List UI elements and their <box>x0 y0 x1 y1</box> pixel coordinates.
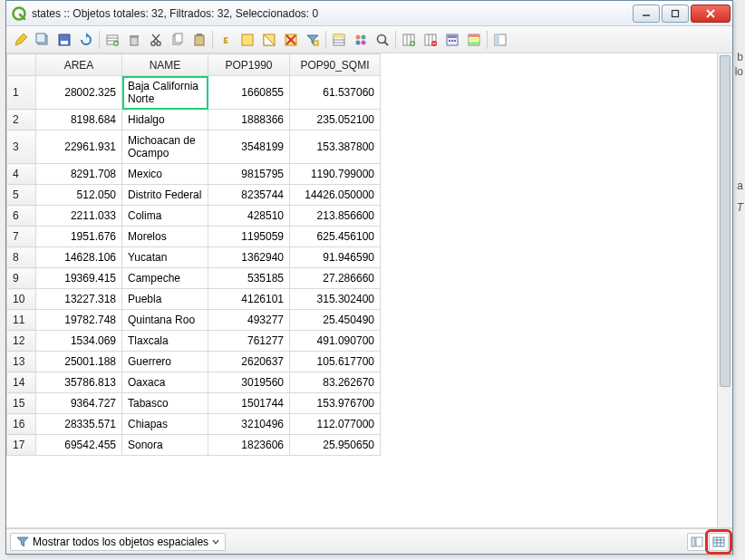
selection-to-top-icon[interactable] <box>330 31 348 49</box>
deselect-icon[interactable] <box>282 31 300 49</box>
new-field-icon[interactable] <box>400 31 418 49</box>
cell[interactable]: Campeche <box>122 268 208 289</box>
table-row[interactable]: 28198.684Hidalgo1888366235.052100 <box>7 110 381 130</box>
table-row[interactable]: 1325001.188Guerrero2620637105.617700 <box>7 352 381 372</box>
row-header[interactable]: 10 <box>7 289 36 310</box>
row-header[interactable]: 2 <box>7 110 36 130</box>
cell[interactable]: 28335.571 <box>36 414 122 435</box>
cell[interactable]: 153.387800 <box>290 130 381 164</box>
cell[interactable]: Chiapas <box>122 414 208 435</box>
attribute-table[interactable]: AREANAMEPOP1990POP90_SQMI 128002.325Baja… <box>6 53 381 456</box>
cell[interactable]: Hidalgo <box>122 110 208 130</box>
reload-icon[interactable] <box>77 31 95 49</box>
cell[interactable]: Tlaxcala <box>122 331 208 352</box>
cell[interactable]: 105.617700 <box>290 352 381 372</box>
cell[interactable]: 28002.325 <box>36 76 122 110</box>
filter-selection-icon[interactable] <box>304 31 322 49</box>
cell[interactable]: 1823606 <box>208 435 290 456</box>
row-header[interactable]: 12 <box>7 331 36 352</box>
cell[interactable]: 213.856600 <box>290 206 381 227</box>
row-header[interactable]: 6 <box>7 206 36 227</box>
table-row[interactable]: 1435786.813Oaxaca301956083.262670 <box>7 372 381 393</box>
cell[interactable]: Mexico <box>122 164 208 185</box>
cell[interactable]: 14426.050000 <box>290 185 381 206</box>
cell[interactable]: 35786.813 <box>36 372 122 393</box>
column-header[interactable]: POP1990 <box>208 54 290 76</box>
cell[interactable]: 3548199 <box>208 130 290 164</box>
cell[interactable]: 1660855 <box>208 76 290 110</box>
row-header[interactable]: 13 <box>7 352 36 372</box>
table-row[interactable]: 62211.033Colima428510213.856600 <box>7 206 381 227</box>
expr-selection-icon[interactable]: ε <box>217 31 235 49</box>
cell[interactable]: Yucatan <box>122 247 208 268</box>
cell[interactable]: 2620637 <box>208 352 290 372</box>
filter-dropdown[interactable]: Mostrar todos los objetos espaciales <box>10 533 226 551</box>
table-row[interactable]: 1119782.748Quintana Roo49327725.450490 <box>7 310 381 331</box>
cell[interactable]: 535185 <box>208 268 290 289</box>
cell[interactable]: Oaxaca <box>122 372 208 393</box>
cell[interactable]: 8291.708 <box>36 164 122 185</box>
cell[interactable]: 761277 <box>208 331 290 352</box>
copy-icon[interactable] <box>169 31 187 49</box>
cell[interactable]: 1888366 <box>208 110 290 130</box>
cell[interactable]: 14628.106 <box>36 247 122 268</box>
table-row[interactable]: 71951.676Morelos1195059625.456100 <box>7 227 381 247</box>
cell[interactable]: Tabasco <box>122 393 208 414</box>
cell[interactable]: Puebla <box>122 289 208 310</box>
vertical-scrollbar[interactable] <box>717 53 732 527</box>
cell[interactable]: 9364.727 <box>36 393 122 414</box>
multi-edit-icon[interactable] <box>34 31 52 49</box>
close-button[interactable] <box>691 5 730 23</box>
table-row[interactable]: 159364.727Tabasco1501744153.976700 <box>7 393 381 414</box>
cell[interactable]: Baja California Norte <box>122 76 208 110</box>
table-row[interactable]: 1628335.571Chiapas3210496112.077000 <box>7 414 381 435</box>
cell[interactable]: 2211.033 <box>36 206 122 227</box>
delete-icon[interactable] <box>125 31 143 49</box>
cell[interactable]: 493277 <box>208 310 290 331</box>
row-header[interactable]: 16 <box>7 414 36 435</box>
cell[interactable]: 61.537060 <box>290 76 381 110</box>
cell[interactable]: 1195059 <box>208 227 290 247</box>
cell[interactable]: 4126101 <box>208 289 290 310</box>
cell[interactable]: 1190.799000 <box>290 164 381 185</box>
field-calc-icon[interactable] <box>443 31 461 49</box>
table-row[interactable]: 48291.708Mexico98157951190.799000 <box>7 164 381 185</box>
cell[interactable]: 1951.676 <box>36 227 122 247</box>
save-icon[interactable] <box>55 31 73 49</box>
cell[interactable]: 25.950650 <box>290 435 381 456</box>
cell[interactable]: 8198.684 <box>36 110 122 130</box>
pencil-icon[interactable] <box>12 31 30 49</box>
conditional-format-icon[interactable] <box>465 31 483 49</box>
row-header[interactable]: 8 <box>7 247 36 268</box>
cell[interactable]: 1362940 <box>208 247 290 268</box>
cell[interactable]: 512.050 <box>36 185 122 206</box>
row-header[interactable]: 17 <box>7 435 36 456</box>
cell[interactable]: 491.090700 <box>290 331 381 352</box>
cell[interactable]: 153.976700 <box>290 393 381 414</box>
cell[interactable]: 112.077000 <box>290 414 381 435</box>
minimize-button[interactable] <box>633 5 660 23</box>
column-header[interactable]: AREA <box>36 54 122 76</box>
cell[interactable]: 83.262670 <box>290 372 381 393</box>
cell[interactable]: Distrito Federal <box>122 185 208 206</box>
maximize-button[interactable] <box>662 5 689 23</box>
cell[interactable]: Michoacan de Ocampo <box>122 130 208 164</box>
row-header[interactable]: 14 <box>7 372 36 393</box>
cell[interactable]: 25001.188 <box>36 352 122 372</box>
cell[interactable]: 428510 <box>208 206 290 227</box>
cell[interactable]: Guerrero <box>122 352 208 372</box>
cell[interactable]: Sonora <box>122 435 208 456</box>
delete-field-icon[interactable] <box>421 31 440 49</box>
row-header[interactable]: 15 <box>7 393 36 414</box>
table-row[interactable]: 128002.325Baja California Norte166085561… <box>7 76 381 110</box>
row-header[interactable]: 7 <box>7 227 36 247</box>
dock-icon[interactable] <box>491 31 509 49</box>
cell[interactable]: 22961.931 <box>36 130 122 164</box>
cell[interactable]: 235.052100 <box>290 110 381 130</box>
table-row[interactable]: 919369.415Campeche53518527.286660 <box>7 268 381 289</box>
cell[interactable]: 315.302400 <box>290 289 381 310</box>
pan-to-icon[interactable] <box>352 31 370 49</box>
table-view-button[interactable] <box>709 533 729 551</box>
cell[interactable]: 69542.455 <box>36 435 122 456</box>
table-row[interactable]: 1013227.318Puebla4126101315.302400 <box>7 289 381 310</box>
